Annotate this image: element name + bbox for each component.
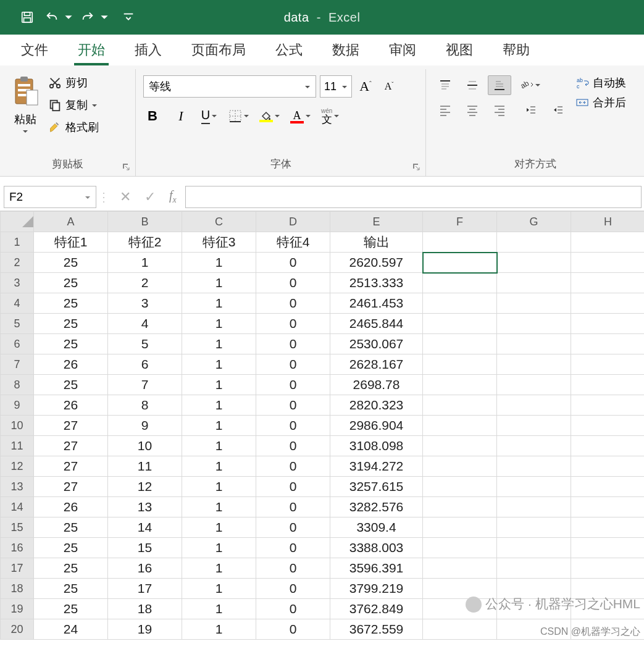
cell-E20[interactable]: 3672.559 [330,619,423,640]
cell-A5[interactable]: 25 [34,314,108,334]
cell-H1[interactable] [571,232,645,253]
cell-C18[interactable]: 1 [182,579,256,599]
tab-0[interactable]: 文件 [6,35,63,65]
cell-F1[interactable] [423,232,497,253]
cell-C13[interactable]: 1 [182,477,256,497]
cell-F4[interactable] [423,293,497,314]
increase-indent-button[interactable] [546,100,569,120]
row-header-15[interactable]: 15 [1,517,34,538]
decrease-indent-button[interactable] [519,100,542,120]
redo-dropdown[interactable] [100,13,109,22]
tab-3[interactable]: 页面布局 [177,35,261,65]
spreadsheet-grid[interactable]: ABCDEFGH1特征1特征2特征3特征4输出2251102620.597325… [0,211,644,640]
cell-B6[interactable]: 5 [108,334,182,354]
cell-E17[interactable]: 3596.391 [330,558,423,579]
cell-H3[interactable] [571,273,645,293]
tab-1[interactable]: 开始 [63,35,120,65]
cell-C9[interactable]: 1 [182,395,256,416]
cell-D20[interactable]: 0 [256,619,330,640]
cell-G3[interactable] [497,273,571,293]
row-header-13[interactable]: 13 [1,477,34,497]
fx-icon[interactable]: fx [169,188,177,205]
cell-A3[interactable]: 25 [34,273,108,293]
cell-E7[interactable]: 2628.167 [330,354,423,375]
cell-D19[interactable]: 0 [256,599,330,619]
cell-A11[interactable]: 27 [34,436,108,456]
cell-E13[interactable]: 3257.615 [330,477,423,497]
tab-6[interactable]: 审阅 [374,35,431,65]
cell-A14[interactable]: 26 [34,497,108,517]
cell-G2[interactable] [497,253,571,273]
cell-H11[interactable] [571,436,645,456]
decrease-font-button[interactable]: Aˇ [379,75,399,98]
cell-B10[interactable]: 9 [108,416,182,436]
cell-A2[interactable]: 25 [34,253,108,273]
select-all-corner[interactable] [1,212,34,232]
clipboard-dialog-launcher[interactable] [122,162,132,172]
cell-D13[interactable]: 0 [256,477,330,497]
cell-H18[interactable] [571,579,645,599]
cell-H7[interactable] [571,354,645,375]
cell-G15[interactable] [497,517,571,538]
cell-B2[interactable]: 1 [108,253,182,273]
merge-center-button[interactable]: 合并后 [575,95,626,110]
cell-E2[interactable]: 2620.597 [330,253,423,273]
cell-H16[interactable] [571,538,645,558]
cell-C11[interactable]: 1 [182,436,256,456]
format-painter-button[interactable]: 格式刷 [48,120,99,135]
phonetic-button[interactable]: wén 文 [321,105,340,127]
cell-B19[interactable]: 18 [108,599,182,619]
fill-color-button[interactable] [259,105,280,127]
row-header-16[interactable]: 16 [1,538,34,558]
cell-D5[interactable]: 0 [256,314,330,334]
cell-A15[interactable]: 25 [34,517,108,538]
cell-G1[interactable] [497,232,571,253]
row-header-9[interactable]: 9 [1,395,34,416]
cell-G14[interactable] [497,497,571,517]
cell-E4[interactable]: 2461.453 [330,293,423,314]
wrap-text-button[interactable]: abc 自动换 [575,75,626,90]
row-header-8[interactable]: 8 [1,375,34,395]
cell-F14[interactable] [423,497,497,517]
cell-C5[interactable]: 1 [182,314,256,334]
row-header-3[interactable]: 3 [1,273,34,293]
cell-B13[interactable]: 12 [108,477,182,497]
qat-customize[interactable] [119,7,138,27]
cell-H9[interactable] [571,395,645,416]
cell-A6[interactable]: 25 [34,334,108,354]
cell-F3[interactable] [423,273,497,293]
cell-F10[interactable] [423,416,497,436]
cell-C2[interactable]: 1 [182,253,256,273]
cell-G10[interactable] [497,416,571,436]
borders-button[interactable] [228,105,249,127]
row-header-5[interactable]: 5 [1,314,34,334]
column-header-A[interactable]: A [34,212,108,232]
cell-H6[interactable] [571,334,645,354]
cell-E19[interactable]: 3762.849 [330,599,423,619]
font-color-button[interactable]: A [290,105,311,127]
cell-D11[interactable]: 0 [256,436,330,456]
cell-B3[interactable]: 2 [108,273,182,293]
orientation-button[interactable]: ab [519,75,542,95]
cell-F12[interactable] [423,456,497,477]
cell-H14[interactable] [571,497,645,517]
cell-C20[interactable]: 1 [182,619,256,640]
paste-button[interactable]: 粘贴 [7,72,43,136]
cell-B18[interactable]: 17 [108,579,182,599]
cell-G20[interactable] [497,619,571,640]
column-header-C[interactable]: C [182,212,256,232]
cell-C7[interactable]: 1 [182,354,256,375]
cell-A18[interactable]: 25 [34,579,108,599]
cancel-formula-button[interactable]: ✕ [120,189,131,205]
cell-D10[interactable]: 0 [256,416,330,436]
cell-A17[interactable]: 25 [34,558,108,579]
copy-button[interactable]: 复制 [48,98,99,112]
cell-B1[interactable]: 特征2 [108,232,182,253]
column-header-F[interactable]: F [423,212,497,232]
cell-F13[interactable] [423,477,497,497]
increase-font-button[interactable]: Aˆ [356,75,375,98]
cell-D4[interactable]: 0 [256,293,330,314]
cell-H17[interactable] [571,558,645,579]
cell-A8[interactable]: 25 [34,375,108,395]
cell-H5[interactable] [571,314,645,334]
